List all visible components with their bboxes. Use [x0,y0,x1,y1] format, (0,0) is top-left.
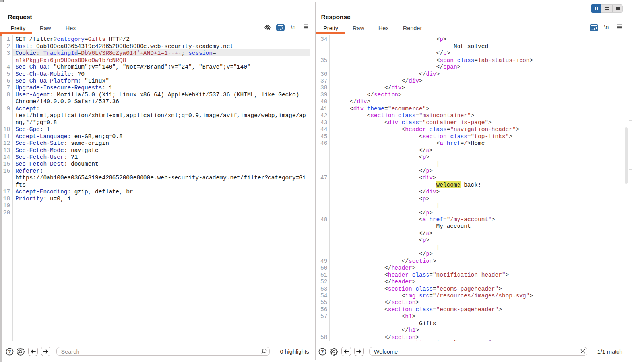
svg-text:?: ? [321,349,324,354]
svg-text:?: ? [8,349,11,354]
